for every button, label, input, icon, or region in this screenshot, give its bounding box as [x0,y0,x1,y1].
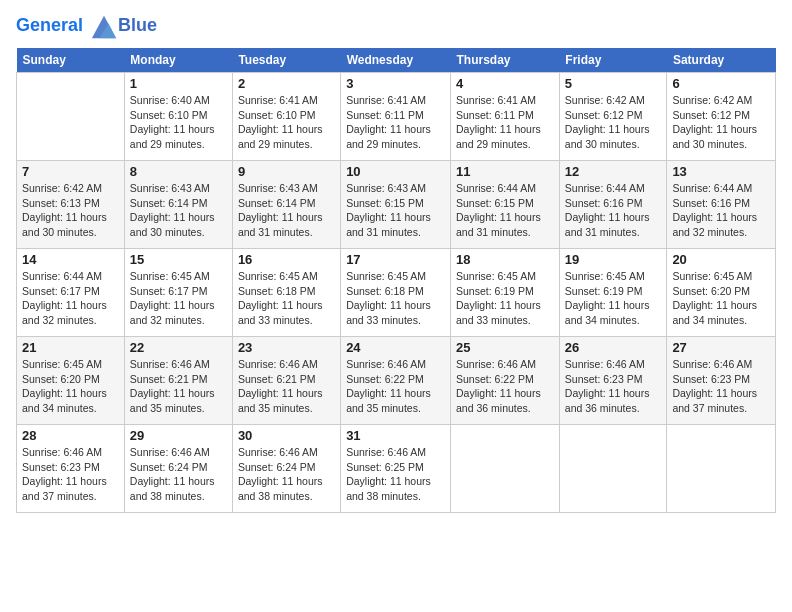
day-number: 27 [672,340,770,355]
day-number: 9 [238,164,335,179]
logo-text: General [16,12,118,40]
col-monday: Monday [124,48,232,73]
calendar-cell: 9Sunrise: 6:43 AM Sunset: 6:14 PM Daylig… [232,161,340,249]
calendar-cell [451,425,560,513]
day-number: 22 [130,340,227,355]
day-number: 2 [238,76,335,91]
day-info: Sunrise: 6:46 AM Sunset: 6:21 PM Dayligh… [238,357,335,416]
day-number: 25 [456,340,554,355]
col-wednesday: Wednesday [341,48,451,73]
day-info: Sunrise: 6:44 AM Sunset: 6:16 PM Dayligh… [565,181,662,240]
calendar-week-row: 7Sunrise: 6:42 AM Sunset: 6:13 PM Daylig… [17,161,776,249]
calendar-cell: 29Sunrise: 6:46 AM Sunset: 6:24 PM Dayli… [124,425,232,513]
calendar-cell: 24Sunrise: 6:46 AM Sunset: 6:22 PM Dayli… [341,337,451,425]
day-info: Sunrise: 6:45 AM Sunset: 6:18 PM Dayligh… [238,269,335,328]
day-number: 20 [672,252,770,267]
day-info: Sunrise: 6:45 AM Sunset: 6:20 PM Dayligh… [22,357,119,416]
calendar-cell: 1Sunrise: 6:40 AM Sunset: 6:10 PM Daylig… [124,73,232,161]
day-number: 19 [565,252,662,267]
day-info: Sunrise: 6:45 AM Sunset: 6:17 PM Dayligh… [130,269,227,328]
calendar-cell: 19Sunrise: 6:45 AM Sunset: 6:19 PM Dayli… [559,249,667,337]
calendar-cell: 31Sunrise: 6:46 AM Sunset: 6:25 PM Dayli… [341,425,451,513]
calendar-body: 1Sunrise: 6:40 AM Sunset: 6:10 PM Daylig… [17,73,776,513]
calendar-cell: 8Sunrise: 6:43 AM Sunset: 6:14 PM Daylig… [124,161,232,249]
day-number: 18 [456,252,554,267]
day-number: 7 [22,164,119,179]
day-info: Sunrise: 6:43 AM Sunset: 6:15 PM Dayligh… [346,181,445,240]
calendar-cell: 13Sunrise: 6:44 AM Sunset: 6:16 PM Dayli… [667,161,776,249]
col-tuesday: Tuesday [232,48,340,73]
day-info: Sunrise: 6:46 AM Sunset: 6:25 PM Dayligh… [346,445,445,504]
calendar-cell [667,425,776,513]
day-number: 1 [130,76,227,91]
col-friday: Friday [559,48,667,73]
day-info: Sunrise: 6:42 AM Sunset: 6:13 PM Dayligh… [22,181,119,240]
calendar-cell: 3Sunrise: 6:41 AM Sunset: 6:11 PM Daylig… [341,73,451,161]
calendar-cell: 27Sunrise: 6:46 AM Sunset: 6:23 PM Dayli… [667,337,776,425]
day-info: Sunrise: 6:46 AM Sunset: 6:24 PM Dayligh… [130,445,227,504]
calendar-cell: 23Sunrise: 6:46 AM Sunset: 6:21 PM Dayli… [232,337,340,425]
calendar-table: Sunday Monday Tuesday Wednesday Thursday… [16,48,776,513]
day-number: 21 [22,340,119,355]
day-number: 13 [672,164,770,179]
day-info: Sunrise: 6:44 AM Sunset: 6:16 PM Dayligh… [672,181,770,240]
day-number: 31 [346,428,445,443]
day-number: 4 [456,76,554,91]
day-info: Sunrise: 6:41 AM Sunset: 6:11 PM Dayligh… [456,93,554,152]
day-info: Sunrise: 6:46 AM Sunset: 6:24 PM Dayligh… [238,445,335,504]
page-container: General Blue Sunday Monday Tuesday [0,0,792,521]
calendar-cell: 22Sunrise: 6:46 AM Sunset: 6:21 PM Dayli… [124,337,232,425]
day-info: Sunrise: 6:46 AM Sunset: 6:22 PM Dayligh… [456,357,554,416]
day-number: 26 [565,340,662,355]
day-number: 30 [238,428,335,443]
day-number: 23 [238,340,335,355]
day-info: Sunrise: 6:45 AM Sunset: 6:20 PM Dayligh… [672,269,770,328]
day-number: 5 [565,76,662,91]
calendar-cell: 17Sunrise: 6:45 AM Sunset: 6:18 PM Dayli… [341,249,451,337]
calendar-cell: 20Sunrise: 6:45 AM Sunset: 6:20 PM Dayli… [667,249,776,337]
day-number: 29 [130,428,227,443]
calendar-cell: 25Sunrise: 6:46 AM Sunset: 6:22 PM Dayli… [451,337,560,425]
day-info: Sunrise: 6:46 AM Sunset: 6:23 PM Dayligh… [22,445,119,504]
day-info: Sunrise: 6:42 AM Sunset: 6:12 PM Dayligh… [672,93,770,152]
calendar-cell: 28Sunrise: 6:46 AM Sunset: 6:23 PM Dayli… [17,425,125,513]
calendar-cell: 5Sunrise: 6:42 AM Sunset: 6:12 PM Daylig… [559,73,667,161]
day-number: 28 [22,428,119,443]
day-info: Sunrise: 6:43 AM Sunset: 6:14 PM Dayligh… [130,181,227,240]
day-info: Sunrise: 6:45 AM Sunset: 6:19 PM Dayligh… [456,269,554,328]
day-number: 14 [22,252,119,267]
calendar-header-row: Sunday Monday Tuesday Wednesday Thursday… [17,48,776,73]
day-number: 6 [672,76,770,91]
day-number: 8 [130,164,227,179]
col-saturday: Saturday [667,48,776,73]
day-info: Sunrise: 6:46 AM Sunset: 6:21 PM Dayligh… [130,357,227,416]
day-info: Sunrise: 6:45 AM Sunset: 6:19 PM Dayligh… [565,269,662,328]
calendar-week-row: 28Sunrise: 6:46 AM Sunset: 6:23 PM Dayli… [17,425,776,513]
day-number: 16 [238,252,335,267]
day-info: Sunrise: 6:44 AM Sunset: 6:17 PM Dayligh… [22,269,119,328]
calendar-cell: 30Sunrise: 6:46 AM Sunset: 6:24 PM Dayli… [232,425,340,513]
calendar-cell: 26Sunrise: 6:46 AM Sunset: 6:23 PM Dayli… [559,337,667,425]
day-number: 24 [346,340,445,355]
calendar-cell: 16Sunrise: 6:45 AM Sunset: 6:18 PM Dayli… [232,249,340,337]
calendar-cell: 12Sunrise: 6:44 AM Sunset: 6:16 PM Dayli… [559,161,667,249]
calendar-cell [559,425,667,513]
calendar-cell: 21Sunrise: 6:45 AM Sunset: 6:20 PM Dayli… [17,337,125,425]
calendar-week-row: 1Sunrise: 6:40 AM Sunset: 6:10 PM Daylig… [17,73,776,161]
header: General Blue [16,12,776,40]
calendar-cell: 18Sunrise: 6:45 AM Sunset: 6:19 PM Dayli… [451,249,560,337]
calendar-cell: 14Sunrise: 6:44 AM Sunset: 6:17 PM Dayli… [17,249,125,337]
day-info: Sunrise: 6:40 AM Sunset: 6:10 PM Dayligh… [130,93,227,152]
day-info: Sunrise: 6:43 AM Sunset: 6:14 PM Dayligh… [238,181,335,240]
day-number: 3 [346,76,445,91]
day-info: Sunrise: 6:46 AM Sunset: 6:22 PM Dayligh… [346,357,445,416]
calendar-cell: 4Sunrise: 6:41 AM Sunset: 6:11 PM Daylig… [451,73,560,161]
day-info: Sunrise: 6:46 AM Sunset: 6:23 PM Dayligh… [672,357,770,416]
day-number: 10 [346,164,445,179]
day-info: Sunrise: 6:42 AM Sunset: 6:12 PM Dayligh… [565,93,662,152]
calendar-cell: 7Sunrise: 6:42 AM Sunset: 6:13 PM Daylig… [17,161,125,249]
day-info: Sunrise: 6:44 AM Sunset: 6:15 PM Dayligh… [456,181,554,240]
day-number: 17 [346,252,445,267]
logo-blue: Blue [118,16,157,36]
day-info: Sunrise: 6:45 AM Sunset: 6:18 PM Dayligh… [346,269,445,328]
